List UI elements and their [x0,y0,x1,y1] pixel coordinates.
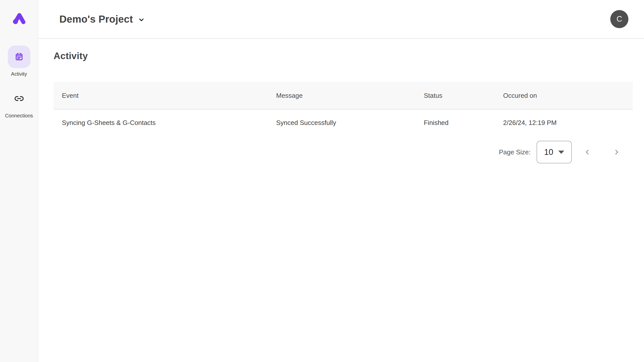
project-name: Demo's Project [59,14,133,25]
activity-page: Activity Event Message Status Occured on… [38,39,644,163]
pagination: Page Size: 10 [54,141,633,163]
page-size-select[interactable]: 10 [537,141,572,163]
avatar[interactable]: C [610,10,628,28]
chevron-down-icon [138,16,145,23]
sidebar-item-label: Connections [5,113,33,118]
cell-event: Syncing G-Sheets & G-Contacts [54,109,268,136]
cell-occurred-on: 2/26/24, 12:19 PM [495,109,633,136]
sidebar-item-connections[interactable]: Connections [5,87,33,118]
calendar-icon [14,52,24,62]
sidebar: Activity Connections [0,0,38,362]
connections-icon-tile [8,87,30,110]
project-selector[interactable]: Demo's Project [59,14,145,25]
table-header-row: Event Message Status Occured on [54,82,633,109]
logo-icon [13,12,25,24]
app-root: Activity Connections Demo's Project [0,0,644,362]
topbar: Demo's Project C [38,0,644,39]
column-header-message: Message [268,82,416,109]
chevron-right-icon [613,148,620,156]
cell-status: Finished [416,109,495,136]
page-size-value: 10 [544,147,553,157]
chevron-left-icon [584,148,591,156]
page-title: Activity [54,51,633,61]
avatar-initial: C [617,15,622,24]
app-logo [13,11,25,24]
sidebar-item-activity[interactable]: Activity [8,46,30,77]
table-row: Syncing G-Sheets & G-Contacts Synced Suc… [54,109,633,136]
link-icon [14,96,24,101]
sidebar-nav: Activity Connections [5,46,33,118]
page-size-label: Page Size: [499,148,531,156]
next-page-button[interactable] [611,147,622,158]
caret-down-icon [558,151,564,154]
activity-table: Event Message Status Occured on Syncing … [54,82,633,136]
sidebar-item-label: Activity [11,71,27,77]
column-header-event: Event [54,82,268,109]
main-area: Demo's Project C Activity Event Message [38,0,644,362]
cell-message: Synced Successfully [268,109,416,136]
prev-page-button[interactable] [582,147,593,158]
column-header-status: Status [416,82,495,109]
column-header-occured-on: Occured on [495,82,633,109]
activity-icon-tile [8,46,30,68]
